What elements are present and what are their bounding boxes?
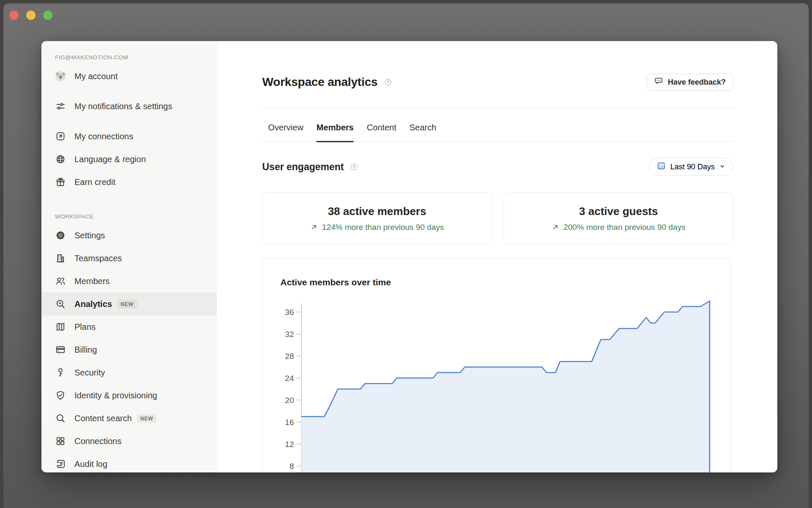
sidebar-item-analytics[interactable]: AnalyticsNEW (41, 293, 217, 315)
speech-bubble-icon (654, 77, 663, 86)
calendar-icon (657, 161, 666, 172)
close-window-button[interactable] (9, 11, 19, 20)
sidebar-item-members[interactable]: Members (41, 270, 217, 293)
page-title-group: Workspace analytics ? (262, 75, 392, 89)
map-icon (55, 321, 66, 332)
sidebar-item-plans[interactable]: Plans (41, 315, 217, 338)
calendar-icon (657, 161, 666, 170)
sidebar-item-teamspaces[interactable]: Teamspaces (41, 247, 217, 270)
period-selector-button[interactable]: Last 90 Days (649, 158, 733, 176)
settings-dialog: FIG@MAKENOTION.COM My accountMy notifica… (41, 41, 777, 472)
analytics-tabs: OverviewMembersContentSearch (262, 108, 733, 142)
tab-search[interactable]: Search (409, 122, 436, 142)
user-engagement-title-group: User engagement ? (262, 161, 358, 173)
stat-value: 38 active members (328, 205, 426, 218)
help-icon: ? (350, 163, 358, 171)
svg-text:?: ? (387, 80, 390, 84)
stat-delta-label: 124% more than previous 90 days (322, 223, 444, 232)
sidebar-item-billing[interactable]: Billing (41, 338, 217, 361)
sidebar-item-label: Plans (74, 321, 96, 332)
stat-card-3-active-guests: 3 active guests200% more than previous 9… (504, 193, 733, 244)
stat-card-38-active-members: 38 active members124% more than previous… (262, 193, 492, 244)
sidebar-item-earn-credit[interactable]: Earn credit (41, 171, 217, 193)
engagement-stat-cards: 38 active members124% more than previous… (262, 193, 733, 244)
sidebar-item-label: Analytics (74, 298, 112, 309)
sidebar-item-label: My notifications & settings (74, 101, 172, 112)
analytics-main-panel: Workspace analytics ? Have feedback? Ove… (217, 41, 777, 472)
sidebar-item-label: Audit log (74, 458, 107, 469)
y-axis-tick-label: 28 (285, 352, 294, 361)
y-axis-tick-label: 20 (285, 396, 294, 405)
period-selector-label: Last 90 Days (670, 163, 715, 171)
feedback-button-label: Have feedback? (668, 78, 726, 87)
avatar-koala (55, 70, 66, 82)
tab-members[interactable]: Members (316, 122, 354, 142)
sidebar-item-content-search[interactable]: Content searchNEW (41, 407, 217, 430)
help-icon: ? (384, 78, 392, 86)
engagement-help-icon[interactable]: ? (350, 163, 358, 171)
have-feedback-button[interactable]: Have feedback? (647, 74, 733, 91)
sidebar-item-my-account[interactable]: My account (41, 65, 217, 88)
active-members-chart: 363228242016128 (263, 259, 731, 472)
y-axis-tick-label: 32 (285, 330, 294, 339)
sidebar-item-my-notifications-settings[interactable]: My notifications & settings (41, 88, 217, 125)
title-help-icon[interactable]: ? (384, 78, 392, 86)
minimize-window-button[interactable] (26, 11, 36, 20)
sidebar-item-identity-provisioning[interactable]: Identity & provisioning (41, 384, 217, 407)
y-axis-tick-label: 12 (285, 440, 294, 449)
sidebar-item-connections[interactable]: Connections (41, 430, 217, 453)
shield-check-icon (55, 390, 66, 401)
new-badge: NEW (117, 300, 137, 309)
macos-window: FIG@MAKENOTION.COM My accountMy notifica… (3, 3, 809, 508)
sidebar-item-my-connections[interactable]: My connections (41, 125, 217, 148)
key-icon (55, 367, 66, 378)
sidebar-item-label: Identity & provisioning (74, 390, 157, 401)
page-title: Workspace analytics (262, 75, 378, 89)
chevron-down-icon (719, 163, 725, 169)
stat-delta: 200% more than previous 90 days (551, 223, 685, 232)
sidebar-item-label: Settings (74, 230, 105, 241)
y-axis-tick-label: 8 (289, 462, 294, 471)
scroll-icon (55, 458, 66, 469)
sidebar-item-label: Language & region (74, 154, 146, 165)
account-menu: My accountMy notifications & settingsMy … (41, 65, 217, 193)
gift-icon (55, 177, 66, 188)
magnifier-sparkle-icon (55, 298, 66, 309)
stat-delta-label: 200% more than previous 90 days (563, 223, 685, 232)
building-icon (55, 253, 66, 264)
sidebar-item-label: Members (74, 276, 110, 287)
account-email-label: FIG@MAKENOTION.COM (55, 53, 217, 61)
settings-sidebar: FIG@MAKENOTION.COM My accountMy notifica… (41, 41, 217, 472)
credit-card-icon (55, 344, 66, 355)
sidebar-item-label: Earn credit (74, 177, 115, 188)
people-icon (55, 276, 66, 287)
arrow-up-right-square-icon (55, 131, 66, 142)
svg-text:?: ? (353, 164, 355, 169)
arrow-up-right-icon (310, 223, 318, 231)
magnifier-icon (55, 413, 66, 424)
speech-bubble-icon (654, 77, 663, 88)
page-header: Workspace analytics ? Have feedback? (262, 71, 733, 93)
section-heading: User engagement (262, 161, 344, 173)
active-members-chart-card: 363228242016128 Active members over time (262, 258, 731, 472)
y-axis-tick-label: 36 (285, 308, 294, 317)
tab-overview[interactable]: Overview (268, 122, 303, 142)
sliders-icon (55, 101, 66, 112)
stat-value: 3 active guests (579, 205, 658, 218)
sidebar-item-label: Security (74, 367, 105, 378)
zoom-window-button[interactable] (43, 11, 52, 20)
y-axis-tick-label: 24 (285, 374, 294, 383)
sidebar-item-label: Teamspaces (74, 253, 122, 264)
grid-icon (55, 436, 66, 447)
arrow-up-right-icon (551, 223, 560, 231)
sidebar-item-label: Connections (74, 436, 121, 447)
workspace-menu: SettingsTeamspacesMembersAnalyticsNEWPla… (41, 224, 217, 472)
sidebar-item-settings[interactable]: Settings (41, 224, 217, 247)
user-engagement-header: User engagement ? Last 90 Days (262, 156, 733, 177)
traffic-lights (9, 11, 52, 20)
tab-content[interactable]: Content (367, 122, 396, 142)
sidebar-item-language-region[interactable]: Language & region (41, 148, 217, 171)
sidebar-item-audit-log[interactable]: Audit log (41, 453, 217, 472)
sidebar-item-security[interactable]: Security (41, 361, 217, 384)
sidebar-item-label: My account (74, 71, 118, 82)
